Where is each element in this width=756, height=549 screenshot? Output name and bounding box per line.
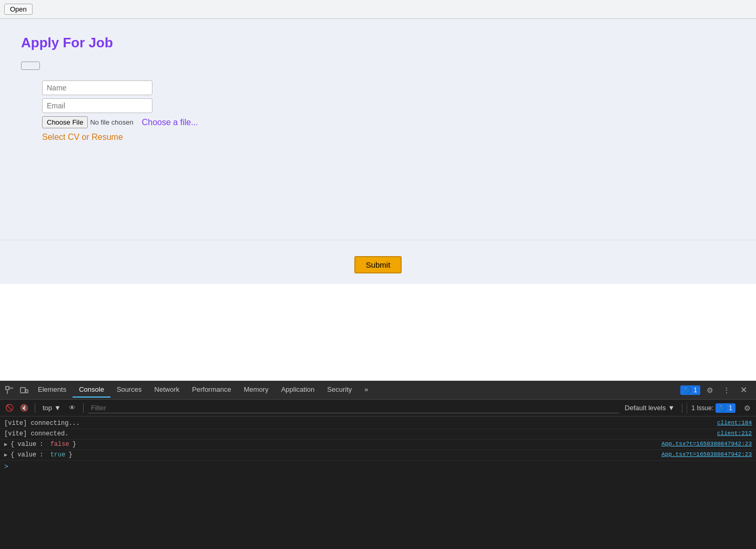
no-file-text: No file chosen: [90, 118, 133, 126]
console-toolbar: 🚫 🔇 top ▼ 👁 Default levels ▼ 1 Issue: 🔵 …: [0, 400, 756, 416]
devtools-panel: Elements Console Sources Network Perform…: [0, 381, 756, 549]
console-line-obj-false: ▶ { value : false } App.tsx?t=1650380847…: [0, 440, 756, 450]
tab-security[interactable]: Security: [321, 382, 358, 398]
toolbar-divider: [35, 403, 35, 413]
responsive-design-icon[interactable]: [17, 383, 32, 398]
colon2: :: [39, 451, 47, 459]
more-options-button[interactable]: ⋮: [719, 383, 734, 398]
console-line-left2: [vite] connected.: [4, 430, 68, 438]
obj-key: value: [17, 441, 36, 448]
collapse-button[interactable]: [21, 62, 40, 70]
console-line-left4: ▶ { value : true }: [4, 451, 73, 459]
issue-count-display[interactable]: 1 Issue: 🔵 1: [687, 402, 740, 414]
expand-arrow-icon[interactable]: ▶: [4, 441, 7, 448]
tab-application[interactable]: Application: [275, 382, 321, 398]
console-location[interactable]: client:184: [717, 420, 752, 426]
context-label: top: [43, 404, 52, 412]
select-cv-text: Select CV or Resume: [42, 133, 735, 142]
console-output: [vite] connecting... client:184 [vite] c…: [0, 416, 756, 549]
default-levels-label: Default levels: [625, 404, 666, 412]
devtools-right-icons: 🔵 1 ⚙ ⋮ ✕: [680, 383, 754, 398]
console-text2: [vite] connected.: [4, 430, 68, 438]
file-input-group: Choose File No file chosen: [42, 116, 134, 128]
console-location2[interactable]: client:212: [717, 430, 752, 436]
context-selector[interactable]: top ▼: [39, 403, 64, 413]
expand-arrow-icon2[interactable]: ▶: [4, 452, 7, 458]
tab-elements[interactable]: Elements: [32, 382, 73, 398]
tab-sources[interactable]: Sources: [110, 382, 148, 398]
console-prompt[interactable]: >: [0, 461, 756, 473]
issue-text: 1 Issue:: [691, 404, 713, 412]
chevron-down-icon: ▼: [54, 404, 61, 412]
devtools-tabs-bar: Elements Console Sources Network Perform…: [0, 381, 756, 400]
email-input[interactable]: [42, 98, 152, 113]
file-row: Choose File No file chosen Choose a file…: [42, 116, 735, 128]
obj-val-true: true: [50, 451, 66, 459]
submit-section: Submit: [0, 240, 756, 284]
toolbar-divider2: [83, 403, 84, 413]
svg-rect-0: [6, 387, 9, 390]
tab-performance[interactable]: Performance: [186, 382, 237, 398]
brace-close: }: [73, 441, 76, 448]
issues-badge[interactable]: 🔵 1: [680, 385, 700, 395]
inspect-element-icon[interactable]: [2, 383, 17, 398]
console-line-obj-true: ▶ { value : true } App.tsx?t=16503808479…: [0, 450, 756, 461]
console-text: [vite] connecting...: [4, 420, 80, 427]
brace-close2: }: [68, 451, 72, 459]
form-section: Choose File No file chosen Choose a file…: [21, 80, 735, 142]
tab-memory[interactable]: Memory: [238, 382, 275, 398]
console-location4[interactable]: App.tsx?t=1650380847942:23: [661, 451, 752, 458]
svg-rect-4: [26, 390, 28, 393]
clear-console-icon[interactable]: 🚫: [3, 402, 16, 414]
brace-open: {: [11, 441, 14, 448]
app-title: Apply For Job: [21, 35, 735, 51]
issue-badge-count: 🔵 1: [716, 403, 735, 413]
issues-icon: 🔵: [683, 387, 691, 394]
default-levels-selector[interactable]: Default levels ▼: [621, 403, 678, 413]
chevron-down-icon2: ▼: [668, 404, 675, 412]
issues-count: 1: [693, 387, 697, 394]
filter-input[interactable]: [88, 403, 619, 413]
obj-val-false: false: [50, 441, 69, 448]
toolbar-divider3: [682, 403, 682, 413]
obj-key2: value: [17, 451, 36, 459]
choose-file-link[interactable]: Choose a file...: [142, 118, 198, 127]
brace-open2: {: [11, 451, 14, 459]
console-line-left: [vite] connecting...: [4, 420, 80, 427]
main-content: Apply For Job Choose File No file chosen…: [0, 19, 756, 240]
name-input[interactable]: [42, 80, 152, 95]
open-button[interactable]: Open: [4, 4, 33, 15]
choose-file-button[interactable]: Choose File: [42, 116, 88, 128]
settings-button[interactable]: ⚙: [702, 383, 717, 398]
close-devtools-button[interactable]: ✕: [736, 383, 751, 398]
submit-button[interactable]: Submit: [354, 256, 402, 273]
colon: :: [39, 441, 47, 448]
console-line-left3: ▶ { value : false }: [4, 441, 76, 448]
console-line-vite-connecting: [vite] connecting... client:184: [0, 419, 756, 429]
console-location3[interactable]: App.tsx?t=1650380847942:23: [661, 441, 752, 447]
console-settings-icon[interactable]: ⚙: [742, 403, 753, 413]
tab-more[interactable]: »: [358, 382, 374, 398]
eye-icon[interactable]: 👁: [66, 402, 79, 414]
filter-icon[interactable]: 🔇: [18, 402, 30, 414]
browser-bar: Open: [0, 0, 756, 19]
tab-network[interactable]: Network: [148, 382, 186, 398]
console-line-vite-connected: [vite] connected. client:212: [0, 429, 756, 440]
prompt-symbol: >: [4, 463, 8, 471]
tab-console[interactable]: Console: [73, 382, 110, 398]
svg-rect-3: [21, 388, 25, 393]
